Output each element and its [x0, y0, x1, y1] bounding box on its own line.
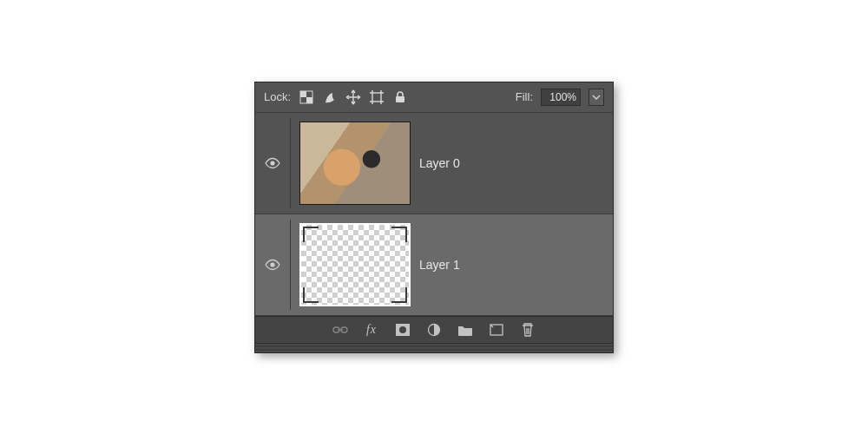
- svg-rect-3: [372, 93, 381, 102]
- visibility-toggle[interactable]: [255, 220, 291, 310]
- svg-point-6: [270, 262, 274, 266]
- lock-transparent-pixels-icon[interactable]: [299, 89, 314, 105]
- eye-icon: [265, 257, 280, 273]
- layer-effects-icon[interactable]: fx: [364, 322, 379, 338]
- layer-row[interactable]: Layer 0: [255, 113, 613, 214]
- layer-name-label[interactable]: Layer 1: [419, 258, 460, 272]
- lock-row: Lock: Fill: 100%: [255, 82, 613, 113]
- svg-rect-1: [300, 91, 306, 97]
- layer-thumbnail[interactable]: [299, 223, 411, 306]
- delete-layer-icon[interactable]: [520, 322, 536, 338]
- fill-dropdown-button[interactable]: [589, 89, 604, 106]
- layer-thumbnail[interactable]: [299, 122, 411, 205]
- new-layer-icon[interactable]: [489, 322, 504, 338]
- svg-point-10: [399, 326, 406, 333]
- lock-image-pixels-icon[interactable]: [322, 89, 338, 105]
- lock-position-icon[interactable]: [345, 89, 361, 105]
- svg-point-5: [270, 161, 274, 165]
- link-layers-icon[interactable]: [332, 322, 348, 338]
- svg-rect-2: [306, 97, 312, 103]
- adjustment-layer-icon[interactable]: [426, 322, 442, 338]
- lock-all-icon[interactable]: [392, 89, 408, 105]
- fill-label: Fill:: [516, 90, 533, 103]
- eye-icon: [265, 155, 280, 171]
- layers-bottom-toolbar: fx: [255, 316, 613, 343]
- layer-row[interactable]: Layer 1: [255, 214, 613, 316]
- panel-resize-grip[interactable]: [255, 343, 613, 352]
- lock-label: Lock:: [264, 90, 291, 103]
- layer-name-label[interactable]: Layer 0: [419, 156, 460, 170]
- visibility-toggle[interactable]: [255, 118, 291, 208]
- new-group-icon[interactable]: [457, 322, 473, 338]
- lock-artboard-icon[interactable]: [369, 89, 385, 105]
- layers-panel: Lock: Fill: 100% Layer 0: [254, 82, 614, 353]
- fill-value-input[interactable]: 100%: [541, 89, 581, 106]
- svg-rect-4: [396, 96, 404, 102]
- add-mask-icon[interactable]: [395, 322, 411, 338]
